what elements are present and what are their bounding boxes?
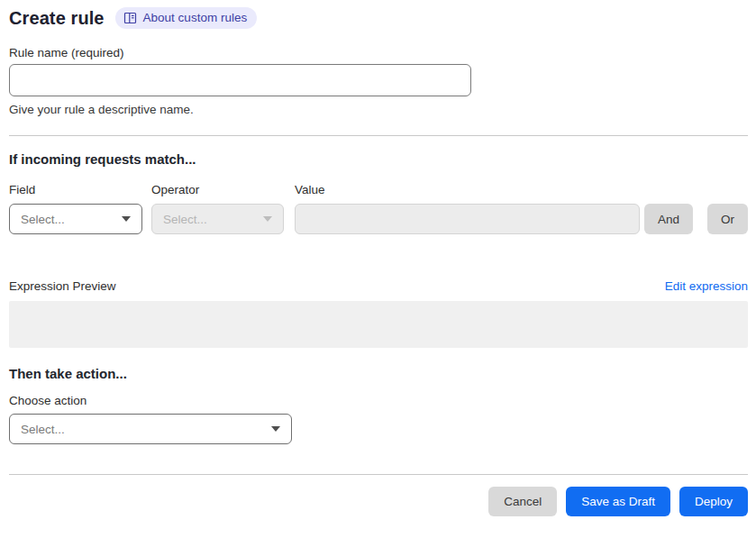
expression-preview-label: Expression Preview [9,279,116,293]
rule-name-input[interactable] [9,64,471,96]
rule-name-block: Rule name (required) Give your rule a de… [9,46,748,116]
save-as-draft-button[interactable]: Save as Draft [566,487,670,516]
condition-logic-buttons: And Or [644,204,748,234]
value-label: Value [295,183,640,196]
action-section-heading: Then take action... [9,366,748,381]
or-button[interactable]: Or [707,204,748,234]
and-button[interactable]: And [644,204,693,234]
operator-select[interactable]: Select... [151,204,284,234]
cancel-button[interactable]: Cancel [488,487,557,516]
value-input[interactable] [295,204,640,234]
page-title: Create rule [9,8,105,29]
field-column: Field Select... [9,183,142,234]
rule-name-helper-text: Give your rule a descriptive name. [9,103,748,116]
choose-action-select-value: Select... [21,423,65,436]
footer-actions: Cancel Save as Draft Deploy [9,487,748,516]
about-custom-rules-label: About custom rules [143,12,248,24]
operator-label: Operator [151,183,284,196]
choose-action-select[interactable]: Select... [9,414,292,444]
value-column: Value [295,183,640,234]
chevron-down-icon [271,426,280,432]
deploy-button[interactable]: Deploy [679,487,748,516]
about-custom-rules-badge[interactable]: About custom rules [115,7,258,29]
chevron-down-icon [263,216,272,222]
operator-column: Operator Select... [151,183,284,234]
book-icon [123,12,137,24]
rule-name-label: Rule name (required) [9,46,748,59]
expression-preview-row: Expression Preview Edit expression [9,279,748,293]
match-condition-row: Field Select... Operator Select... Value… [9,183,748,234]
page-header: Create rule About custom rules [9,7,748,29]
edit-expression-link[interactable]: Edit expression [665,279,748,293]
field-select-value: Select... [21,213,65,226]
create-rule-page: Create rule About custom rules Rule name… [0,0,756,516]
field-label: Field [9,183,142,196]
expression-preview-box [9,301,748,348]
field-select[interactable]: Select... [9,204,142,234]
footer-divider [9,474,748,475]
match-section-heading: If incoming requests match... [9,151,748,167]
choose-action-label: Choose action [9,394,748,407]
operator-select-value: Select... [163,213,207,226]
chevron-down-icon [122,216,131,222]
section-divider [9,135,748,136]
